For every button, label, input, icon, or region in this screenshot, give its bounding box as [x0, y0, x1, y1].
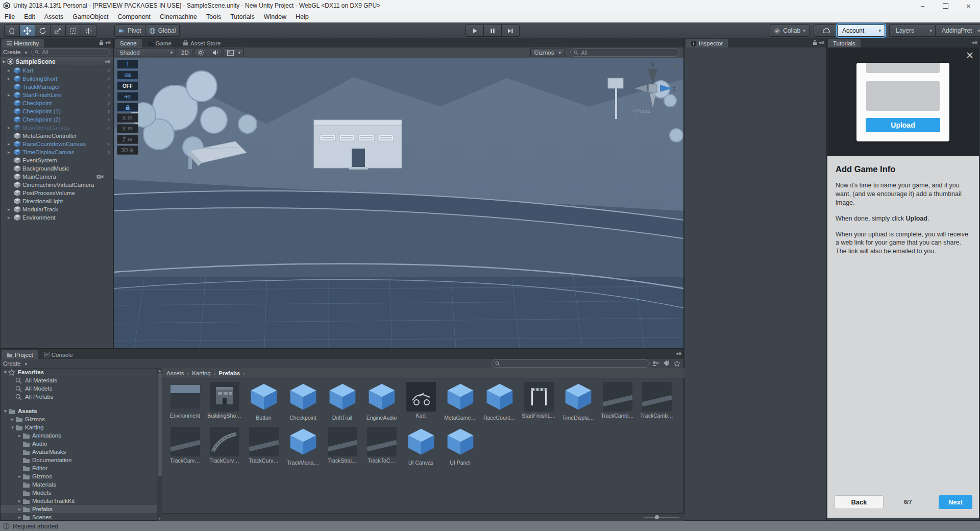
- progrids-snap-value-button[interactable]: 1: [117, 60, 138, 69]
- favorites-star-icon[interactable]: [674, 360, 680, 367]
- menu-item-window[interactable]: Window: [259, 11, 291, 22]
- prefab-asset-kart[interactable]: Kart: [401, 382, 440, 421]
- transform-tool-button[interactable]: [81, 25, 96, 37]
- hierarchy-item-buildingshort[interactable]: ▸BuildingShort›: [1, 75, 113, 83]
- search-by-type-icon[interactable]: [652, 360, 659, 367]
- pause-button[interactable]: [484, 25, 502, 37]
- menu-item-edit[interactable]: Edit: [19, 11, 40, 22]
- search-by-label-icon[interactable]: [663, 360, 670, 367]
- foldout-arrow[interactable]: ▾: [3, 59, 5, 64]
- hierarchy-item-maincamera[interactable]: MainCamera: [1, 173, 113, 181]
- menu-item-file[interactable]: File: [0, 11, 19, 22]
- global-toggle-button[interactable]: Global: [145, 25, 180, 37]
- close-button[interactable]: ×: [957, 0, 980, 11]
- tree-item-all-prefabs[interactable]: All Prefabs: [1, 393, 157, 401]
- foldout-arrow[interactable]: ▸: [8, 76, 14, 81]
- progrids-lock-button[interactable]: [117, 103, 138, 112]
- tree-item-models[interactable]: Models: [1, 489, 157, 497]
- tab-project[interactable]: Project: [2, 350, 38, 359]
- scene-menu-icon[interactable]: ▾≡: [105, 59, 110, 64]
- back-button[interactable]: Back: [835, 495, 884, 509]
- prefab-asset-ui-canvas[interactable]: UI Canvas: [401, 427, 440, 466]
- progrids-x-axis-button[interactable]: X: [117, 113, 138, 123]
- progrids-snap-off-button[interactable]: OFF: [117, 81, 138, 90]
- menu-item-tools[interactable]: Tools: [202, 11, 226, 22]
- prefab-asset-trackmana-[interactable]: TrackMana…: [283, 427, 323, 466]
- prefab-open-chevron[interactable]: ›: [108, 67, 110, 74]
- prefab-asset-trackcurv-[interactable]: TrackCurv…: [205, 427, 244, 466]
- foldout-arrow[interactable]: ▾: [3, 370, 8, 375]
- foldout-arrow[interactable]: ▸: [17, 506, 22, 512]
- step-button[interactable]: [502, 25, 520, 37]
- tree-item-audio[interactable]: Audio: [1, 440, 157, 448]
- tree-item-favorites[interactable]: ▾Favorites: [1, 368, 157, 376]
- hierarchy-item-cinemachinevirtualcamera[interactable]: CinemachineVirtualCamera: [1, 181, 113, 189]
- foldout-arrow[interactable]: ▸: [8, 150, 14, 155]
- foldout-arrow[interactable]: ▸: [8, 125, 14, 130]
- foldout-arrow[interactable]: ▸: [17, 498, 22, 503]
- scene-root-row[interactable]: ▾ SampleScene ▾≡: [1, 57, 113, 66]
- hierarchy-item-modulartrack[interactable]: ▸ModularTrack: [1, 205, 113, 213]
- foldout-arrow[interactable]: ▾: [3, 408, 8, 414]
- scene-search-input[interactable]: [570, 49, 679, 57]
- progrids-push-to-grid-button[interactable]: [117, 92, 138, 101]
- tree-item-gizmos[interactable]: ▸Gizmos: [1, 472, 157, 480]
- hierarchy-search-input[interactable]: [31, 48, 110, 56]
- prefab-asset-ui-panel[interactable]: UI Panel: [440, 427, 480, 466]
- hierarchy-item-postprocessvolume[interactable]: PostProcessVolume: [1, 189, 113, 197]
- prefab-asset-drifttrail[interactable]: DriftTrail: [323, 382, 362, 421]
- hierarchy-item-checkpoint-1-[interactable]: Checkpoint (1)›: [1, 107, 113, 115]
- tree-item-scenes[interactable]: ▸Scenes: [1, 513, 157, 521]
- next-button[interactable]: Next: [939, 495, 972, 509]
- prefab-asset-button[interactable]: Button: [244, 382, 283, 421]
- game-name-field[interactable]: [866, 63, 940, 73]
- maximize-button[interactable]: [934, 0, 957, 11]
- thumbnail-placeholder[interactable]: [866, 81, 940, 111]
- rotate-tool-button[interactable]: [35, 25, 51, 37]
- panel-menu-icon[interactable]: ▾≡: [676, 351, 681, 356]
- prefab-asset-trackcurv-[interactable]: TrackCurv…: [165, 427, 205, 466]
- foldout-arrow[interactable]: ▸: [8, 141, 14, 147]
- lighting-toggle[interactable]: [194, 48, 207, 57]
- project-search-input[interactable]: [492, 359, 650, 368]
- foldout-arrow[interactable]: ▸: [10, 417, 15, 422]
- move-tool-button[interactable]: [20, 25, 35, 37]
- thumbnail-size-slider[interactable]: [644, 517, 679, 518]
- breadcrumb-prefabs[interactable]: Prefabs: [218, 370, 240, 376]
- status-message[interactable]: Request aborted: [13, 523, 58, 530]
- menu-item-component[interactable]: Component: [113, 11, 155, 22]
- hand-tool-button[interactable]: [4, 25, 20, 37]
- play-button[interactable]: [465, 25, 484, 37]
- tab-asset-store[interactable]: Asset Store: [178, 39, 226, 47]
- prefab-asset-engineaudio[interactable]: EngineAudio: [362, 382, 401, 421]
- prefab-open-chevron[interactable]: ›: [108, 140, 110, 148]
- breadcrumb-karting[interactable]: Karting: [192, 370, 210, 376]
- pivot-toggle-button[interactable]: Pivot: [114, 25, 145, 37]
- foldout-arrow[interactable]: ▸: [17, 515, 22, 520]
- prefab-open-chevron[interactable]: ›: [108, 124, 110, 131]
- orientation-gizmo[interactable]: y z ‹ Persp: [629, 59, 676, 114]
- effects-dropdown[interactable]: ▾: [224, 48, 244, 57]
- prefab-asset-startfinishl-[interactable]: StartFinishL…: [519, 382, 558, 421]
- prefab-asset-buildingsho-[interactable]: BuildingSho…: [205, 382, 244, 421]
- hierarchy-item-metagamecontroller[interactable]: MetaGameController: [1, 132, 113, 140]
- foldout-arrow[interactable]: ▸: [17, 433, 22, 438]
- prefab-asset-environment[interactable]: Environment: [165, 382, 205, 421]
- layers-dropdown[interactable]: Layers▾: [889, 25, 936, 37]
- tab-console[interactable]: Console: [39, 350, 78, 359]
- tab-tutorials[interactable]: Tutorials: [828, 39, 861, 47]
- progrids-grid-visibility-button[interactable]: [117, 70, 138, 80]
- hierarchy-item-eventsystem[interactable]: EventSystem: [1, 156, 113, 164]
- prefab-asset-metagame-[interactable]: MetaGame…: [440, 382, 480, 421]
- prefab-asset-timedispla-[interactable]: TimeDispla…: [558, 382, 598, 421]
- hierarchy-item-environment[interactable]: ▸Environment: [1, 213, 113, 222]
- tab-game[interactable]: Game: [143, 39, 177, 47]
- tree-item-gizmos[interactable]: ▸Gizmos: [1, 415, 157, 423]
- prefab-asset-trackcamb-[interactable]: TrackCamb…: [598, 382, 637, 421]
- panel-menu-icon[interactable]: ▾≡: [105, 40, 111, 45]
- foldout-arrow[interactable]: ▸: [17, 474, 22, 479]
- hierarchy-item-timedisplaycanvas[interactable]: ▸TimeDisplayCanvas›: [1, 148, 113, 156]
- project-create-button[interactable]: Create ▾: [3, 360, 27, 367]
- tree-item-avatarmasks[interactable]: AvatarMasks: [1, 448, 157, 456]
- tree-item-editor[interactable]: Editor: [1, 464, 157, 472]
